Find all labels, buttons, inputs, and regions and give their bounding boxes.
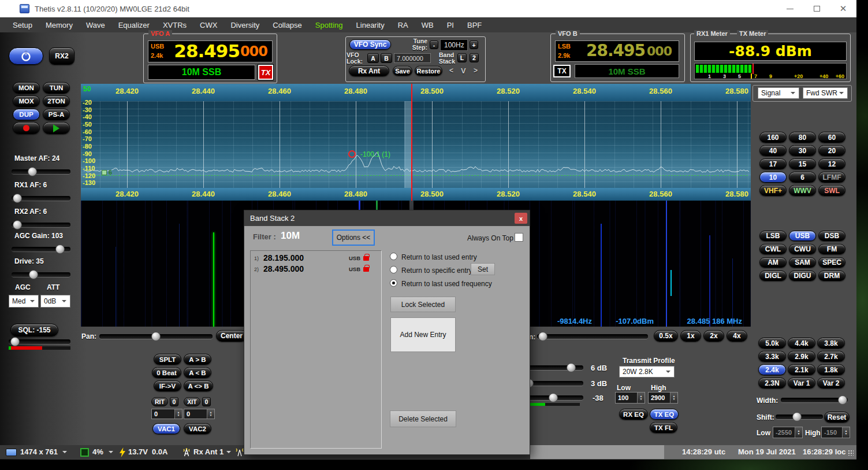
radio-return-last-entry-label[interactable]: Return to last used entry [401, 253, 477, 261]
mode-fm-button[interactable]: FM [818, 244, 845, 254]
always-on-top-checkbox[interactable] [515, 233, 523, 242]
filter-2-4k-button[interactable]: 2.4k [758, 364, 786, 375]
mode-drm-button[interactable]: DRM [818, 271, 845, 281]
mode-cwu-button[interactable]: CWU [789, 244, 816, 254]
tx-fl-button[interactable]: TX FL [650, 422, 677, 433]
band-vhf--button[interactable]: VHF+ [759, 185, 787, 196]
cpu-dropdown-icon[interactable] [109, 451, 113, 456]
tune-step-up-button[interactable]: + [470, 40, 478, 49]
spectrum-panadapter[interactable]: 6 -100.1 (1) [81, 101, 751, 188]
filter-2-3n-button[interactable]: 2.3N [758, 378, 786, 388]
vfo-lock-b-button[interactable]: B [381, 53, 392, 63]
menu-setup[interactable]: Setup [13, 21, 32, 29]
pan-slider[interactable] [99, 332, 213, 341]
zoom-1x-button[interactable]: 1x [680, 330, 701, 342]
rx-ant-dropdown-icon[interactable] [226, 451, 231, 456]
dup-button[interactable]: DUP [13, 109, 40, 120]
band-12-button[interactable]: 12 [818, 158, 845, 169]
band-swl-button[interactable]: SWL [818, 185, 845, 196]
vfo-b-tx-button[interactable]: TX [553, 65, 571, 77]
menu-wave[interactable]: Wave [86, 21, 105, 29]
radio-return-last-frequency-label[interactable]: Return to last used frequency [401, 280, 492, 288]
zoom-4x-button[interactable]: 4x [727, 330, 747, 342]
mox-button[interactable]: MOX [13, 95, 40, 107]
sql-button[interactable]: SQL: -155 [10, 324, 58, 336]
mode-digu-button[interactable]: DIGU [789, 271, 816, 281]
menu-wb[interactable]: WB [422, 21, 434, 29]
transmit-profile-select[interactable]: 20W 2.8K [619, 366, 675, 378]
band-stack-2-button[interactable]: 2 [470, 53, 479, 62]
filter-high-spinner[interactable]: -150▲▼ [821, 427, 850, 438]
drive-slider[interactable] [12, 270, 70, 279]
psa-button[interactable]: PS-A [43, 109, 70, 120]
tune-step-down-button[interactable]: - [430, 40, 438, 49]
band-30-button[interactable]: 30 [789, 145, 816, 156]
shift-slider[interactable] [776, 412, 823, 421]
menu-bpf[interactable]: BPF [467, 21, 482, 29]
frequency-entry-field[interactable]: 7.000000 [394, 53, 431, 63]
rx1-af-slider[interactable] [12, 194, 70, 202]
resolution-dropdown-icon[interactable] [62, 451, 67, 456]
delete-selected-button[interactable]: Delete Selected [390, 410, 456, 427]
filter-2-9k-button[interactable]: 2.9k [788, 351, 815, 362]
power-button[interactable] [9, 47, 43, 65]
mode-digl-button[interactable]: DIGL [759, 271, 787, 281]
menu-linearity[interactable]: Linearity [356, 21, 385, 29]
band-10-button[interactable]: 10 [759, 172, 787, 183]
band-stack-l-button[interactable]: L [457, 53, 467, 62]
close-button[interactable]: ✕ [830, 0, 856, 17]
vfo-b-display[interactable]: LSB 2.9k 28.495 000 [555, 40, 679, 62]
menu-pi[interactable]: PI [447, 21, 454, 29]
filter-4-4k-button[interactable]: 4.4k [788, 338, 815, 349]
rx-eq-button[interactable]: RX EQ [619, 409, 648, 420]
b-to-a-button[interactable]: A < B [184, 367, 211, 378]
split-button[interactable]: SPLT [154, 354, 181, 365]
mode-sam-button[interactable]: SAM [789, 257, 816, 268]
rx-ant-button[interactable]: Rx Ant [349, 65, 389, 76]
radio-return-specific-label[interactable]: Return to specific entry [401, 267, 472, 275]
rit-zero-button[interactable]: 0 [170, 397, 178, 406]
menu-diversity[interactable]: Diversity [230, 21, 259, 29]
save-button[interactable]: Save [393, 66, 412, 76]
options-button[interactable]: Options << [332, 230, 375, 246]
band-20-button[interactable]: 20 [818, 145, 845, 156]
filter-var-1-button[interactable]: Var 1 [788, 378, 815, 388]
mode-usb-button[interactable]: USB [789, 231, 816, 241]
radio-return-last-frequency[interactable] [390, 279, 397, 287]
center-button[interactable]: Center [216, 330, 247, 342]
menu-ra[interactable]: RA [398, 21, 408, 29]
shift-reset-button[interactable]: Reset [824, 412, 850, 423]
width-slider[interactable] [781, 395, 848, 404]
band-160-button[interactable]: 160 [759, 132, 787, 143]
zoom-2x-button[interactable]: 2x [703, 330, 724, 342]
tx-eq-button[interactable]: TX EQ [650, 409, 679, 420]
master-af-slider[interactable] [12, 167, 70, 176]
restore-button[interactable]: Restore [415, 66, 442, 76]
record-button[interactable] [13, 122, 40, 134]
agc-select[interactable]: Med [9, 295, 39, 308]
filter-1-8k-button[interactable]: 1.8k [817, 364, 845, 375]
radio-return-specific[interactable] [390, 266, 397, 273]
band-80-button[interactable]: 80 [789, 132, 816, 143]
agc-gain-slider[interactable] [12, 245, 70, 253]
band-15-button[interactable]: 15 [789, 158, 816, 169]
zero-beat-button[interactable]: 0 Beat [152, 367, 181, 378]
rit-spinner[interactable]: 0▲▼ [151, 409, 182, 419]
band-stack-list[interactable]: 1) 28.195.000 USB 2) 28.495.000 USB [250, 250, 382, 449]
zoom-slider[interactable] [537, 332, 648, 341]
stack-v-button[interactable]: V [461, 66, 466, 75]
vac1-button[interactable]: VAC1 [152, 423, 180, 434]
rx-ant-value[interactable]: Rx Ant 1 [193, 447, 223, 456]
resize-grip[interactable] [848, 450, 854, 456]
vfo-sync-button[interactable]: VFO Sync [349, 39, 391, 50]
vfo-a-tx-indicator[interactable]: TX [258, 65, 273, 80]
xit-spinner[interactable]: 0▲▼ [184, 409, 215, 419]
mic-gain-slider[interactable] [523, 363, 583, 372]
play-button[interactable] [43, 122, 70, 134]
maximize-button[interactable] [803, 0, 830, 17]
if-to-v-button[interactable]: IF->V [154, 380, 181, 391]
mode-spec-button[interactable]: SPEC [818, 257, 845, 268]
filter-var-2-button[interactable]: Var 2 [817, 378, 845, 388]
dialog-title-bar[interactable]: Band Stack 2 x [244, 210, 530, 226]
mode-lsb-button[interactable]: LSB [759, 231, 787, 241]
